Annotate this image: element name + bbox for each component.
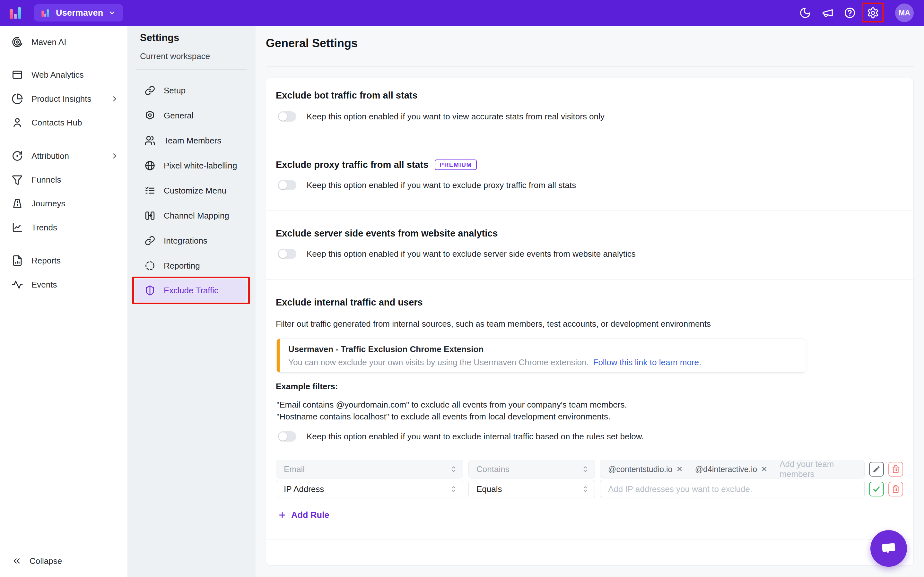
sidebar-item-label: Attribution (31, 151, 69, 161)
settings-nav: Settings Current workspace Setup General… (128, 26, 256, 577)
settings-nav-item-label: Integrations (164, 236, 207, 246)
workspace-name: Usermaven (56, 8, 103, 18)
add-rule-button[interactable]: Add Rule (278, 509, 329, 522)
settings-nav-item-general[interactable]: General (135, 104, 247, 127)
rule-operator-select[interactable]: Equals (468, 480, 595, 498)
settings-nav-item-channel-mapping[interactable]: Channel Mapping (135, 205, 247, 227)
chevron-right-icon (110, 95, 119, 103)
settings-nav-item-reporting[interactable]: Reporting (135, 255, 247, 277)
line-chart-icon (11, 222, 23, 233)
sidebar-item-label: Events (31, 280, 57, 290)
workspace-switcher[interactable]: Usermaven (34, 4, 123, 21)
workspace-logo-icon (41, 8, 51, 18)
ip-address-input[interactable] (608, 484, 856, 494)
dashed-circle-icon (145, 260, 155, 271)
rule-tag: @d4interactive.io ✕ (695, 465, 768, 474)
remove-tag-icon[interactable]: ✕ (761, 465, 767, 474)
announcements-button[interactable] (821, 6, 835, 20)
pie-chart-icon (11, 93, 23, 105)
example-filter-line: "Hostname contains localhost" to exclude… (276, 412, 610, 422)
learn-more-link[interactable]: Follow this link to learn more. (593, 358, 701, 367)
settings-button[interactable] (866, 6, 880, 20)
settings-nav-subtitle: Current workspace (140, 52, 210, 61)
chevron-updown-icon (450, 464, 458, 474)
settings-nav-item-integrations[interactable]: Integrations (135, 229, 247, 252)
sidebar-item-product-insights[interactable]: Product Insights (0, 91, 128, 106)
chevron-updown-icon (450, 484, 458, 494)
help-button[interactable] (843, 6, 857, 20)
internal-traffic-toggle[interactable] (278, 431, 296, 442)
exclusion-rule-row: IP Address Equals (266, 480, 913, 498)
chevron-updown-icon (581, 484, 589, 494)
sidebar-item-attribution[interactable]: Attribution (0, 148, 128, 164)
activity-pulse-icon (11, 279, 23, 290)
gear-icon (867, 7, 879, 19)
users-icon (145, 135, 155, 146)
toggle-label: Keep this option enabled if you want to … (306, 432, 644, 442)
settings-nav-item-customize-menu[interactable]: Customize Menu (135, 179, 247, 202)
chevron-updown-icon (581, 464, 589, 474)
sidebar-item-label: Product Insights (31, 94, 91, 104)
delete-rule-button[interactable] (889, 482, 903, 496)
chevron-right-icon (110, 152, 119, 160)
sidebar-item-events[interactable]: Events (0, 277, 128, 292)
settings-nav-item-pixel-white-labelling[interactable]: Pixel white-labelling (135, 154, 247, 177)
rule-field-select[interactable]: Email (276, 460, 463, 479)
confirm-rule-button[interactable] (869, 482, 884, 496)
orbit-ai-icon (11, 36, 23, 48)
sidebar-item-journeys[interactable]: Journeys (0, 196, 128, 211)
bot-traffic-toggle[interactable] (278, 111, 296, 122)
channel-mapping-icon (145, 210, 155, 221)
sidebar-item-maven-ai[interactable]: Maven AI (0, 34, 128, 50)
internal-traffic-toggle-row: Keep this option enabled if you want to … (278, 431, 644, 442)
main-content: General Settings Exclude bot traffic fro… (256, 26, 924, 577)
toggle-knob (279, 250, 287, 258)
settings-nav-item-label: Setup (164, 86, 185, 96)
moon-icon (799, 7, 811, 19)
edit-rule-button[interactable] (869, 462, 884, 477)
chrome-extension-notice: Usermaven - Traffic Exclusion Chrome Ext… (276, 338, 806, 372)
settings-nav-item-label: General (164, 111, 194, 121)
rule-field-select[interactable]: IP Address (276, 480, 463, 498)
user-icon (11, 117, 23, 128)
megaphone-icon (822, 7, 834, 19)
server-side-toggle[interactable] (278, 249, 296, 259)
settings-nav-item-exclude-traffic[interactable]: Exclude Traffic (135, 279, 247, 301)
example-filters-heading: Example filters: (276, 382, 338, 392)
avatar[interactable]: MA (895, 3, 914, 22)
main-sidebar: Maven AI Web Analytics Product Insights … (0, 26, 128, 577)
remove-tag-icon[interactable]: ✕ (676, 465, 683, 474)
settings-nav-title: Settings (140, 32, 179, 44)
sidebar-item-trends[interactable]: Trends (0, 220, 128, 235)
rule-operator-select[interactable]: Contains (468, 460, 595, 479)
sidebar-item-funnels[interactable]: Funnels (0, 172, 128, 187)
settings-nav-item-team-members[interactable]: Team Members (135, 129, 247, 152)
proxy-traffic-toggle[interactable] (278, 180, 296, 190)
toggle-label: Keep this option enabled if you want to … (306, 112, 605, 122)
funnel-icon (11, 174, 23, 185)
chain-link-icon (145, 85, 155, 96)
settings-nav-item-label: Reporting (164, 261, 200, 271)
settings-nav-item-setup[interactable]: Setup (135, 79, 247, 102)
notice-body: You can now exclude your own visits by u… (288, 358, 589, 367)
sidebar-item-reports[interactable]: Reports (0, 253, 128, 268)
topbar: Usermaven MA (0, 0, 924, 26)
shield-icon (145, 285, 155, 296)
section-heading-bot-traffic: Exclude bot traffic from all stats (276, 89, 418, 102)
chevrons-left-icon (11, 556, 22, 566)
delete-rule-button[interactable] (889, 462, 903, 477)
chat-launcher[interactable] (871, 530, 907, 567)
server-side-toggle-row: Keep this option enabled if you want to … (278, 249, 636, 259)
toggle-knob (279, 112, 287, 121)
rule-values-tag-input[interactable]: @contentstudio.io ✕ @d4interactive.io ✕ … (600, 460, 864, 479)
tag-input-placeholder: Add your team members (779, 459, 856, 479)
chain-link-icon (145, 235, 155, 246)
toggle-knob (279, 432, 287, 441)
help-circle-icon (844, 7, 856, 19)
sidebar-item-contacts-hub[interactable]: Contacts Hub (0, 115, 128, 130)
divider (266, 142, 913, 142)
sidebar-collapse-button[interactable]: Collapse (0, 553, 128, 569)
dark-mode-toggle[interactable] (798, 6, 812, 20)
sidebar-item-web-analytics[interactable]: Web Analytics (0, 67, 128, 82)
internal-traffic-description: Filter out traffic generated from intern… (276, 319, 711, 329)
